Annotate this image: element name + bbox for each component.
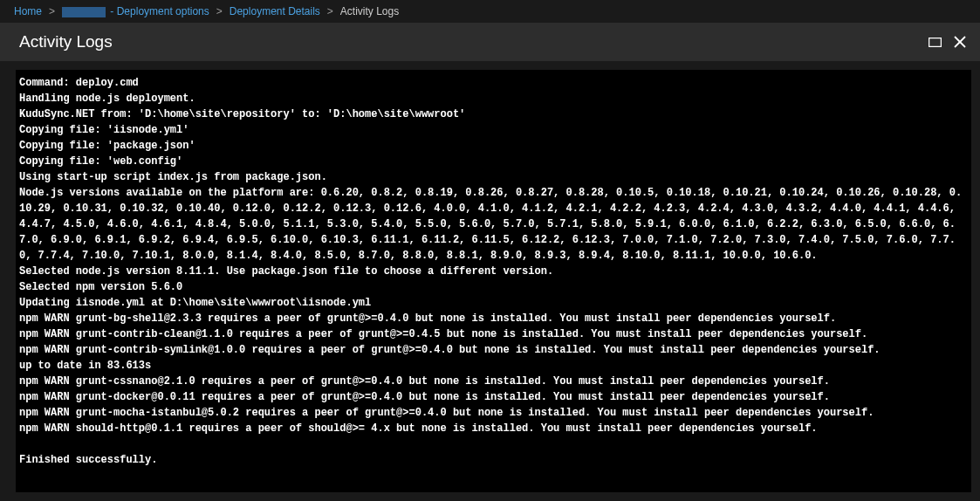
chevron-right-icon: >	[327, 5, 333, 17]
log-line: Finished successfully.	[19, 452, 968, 468]
log-line: npm WARN grunt-contrib-symlink@1.0.0 req…	[19, 342, 968, 358]
redacted-app-name	[62, 7, 106, 17]
svg-rect-0	[929, 38, 942, 46]
log-line: Copying file: 'iisnode.yml'	[19, 122, 968, 138]
log-line: Node.js versions available on the platfo…	[19, 185, 968, 264]
chevron-right-icon: >	[49, 5, 55, 17]
breadcrumb-current: Activity Logs	[340, 5, 399, 17]
log-line: Selected node.js version 8.11.1. Use pac…	[19, 264, 968, 279]
blade-header: Activity Logs	[0, 23, 980, 61]
breadcrumb-app-suffix: - Deployment options	[107, 5, 209, 17]
log-line: Command: deploy.cmd	[19, 75, 968, 91]
log-line: npm WARN grunt-bg-shell@2.3.3 requires a…	[19, 311, 968, 326]
log-line: npm WARN grunt-contrib-clean@1.1.0 requi…	[19, 326, 968, 342]
log-line: KuduSync.NET from: 'D:\home\site\reposit…	[19, 106, 968, 122]
chevron-right-icon: >	[216, 5, 223, 17]
log-line: Using start-up script index.js from pack…	[19, 169, 968, 185]
log-output[interactable]: Command: deploy.cmdHandling node.js depl…	[16, 70, 971, 492]
breadcrumb-deployment-details[interactable]: Deployment Details	[230, 5, 320, 17]
close-icon[interactable]	[954, 36, 966, 48]
log-line: npm WARN should-http@0.1.1 requires a pe…	[19, 421, 968, 436]
breadcrumb-home[interactable]: Home	[14, 5, 42, 17]
log-line: npm WARN grunt-mocha-istanbul@5.0.2 requ…	[19, 405, 968, 421]
maximize-icon[interactable]	[929, 38, 942, 47]
log-line	[19, 436, 968, 452]
log-line: Copying file: 'web.config'	[19, 154, 968, 169]
page-title: Activity Logs	[19, 32, 113, 51]
log-line: Handling node.js deployment.	[19, 91, 968, 106]
log-line: up to date in 83.613s	[19, 358, 968, 374]
header-controls	[929, 36, 966, 48]
log-line: Copying file: 'package.json'	[19, 138, 968, 154]
log-line: Updating iisnode.yml at D:\home\site\www…	[19, 295, 968, 311]
log-line: npm WARN grunt-cssnano@2.1.0 requires a …	[19, 374, 968, 389]
log-line: Selected npm version 5.6.0	[19, 279, 968, 295]
breadcrumb: Home > - Deployment options > Deployment…	[0, 0, 980, 23]
breadcrumb-app[interactable]: - Deployment options	[62, 5, 209, 17]
log-line: npm WARN grunt-docker@0.0.11 requires a …	[19, 389, 968, 405]
